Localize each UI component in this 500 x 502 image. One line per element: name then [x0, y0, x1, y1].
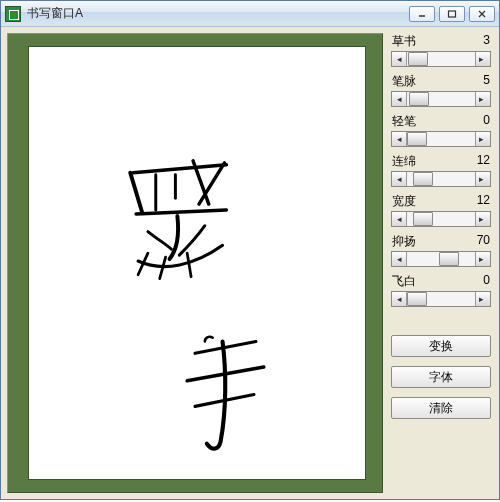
control-panel: 草书3◂▸笔脉5◂▸轻笔0◂▸连绵12◂▸宽度12◂▸抑扬70◂▸飞白0◂▸ 变… — [387, 27, 499, 499]
slider-thumb[interactable] — [409, 92, 429, 106]
slider-thumb[interactable] — [413, 212, 433, 226]
slider-track[interactable] — [407, 92, 475, 106]
slider-label: 抑扬 — [392, 233, 416, 250]
slider-group-6: 飞白0◂▸ — [391, 273, 491, 307]
window-controls — [409, 6, 495, 22]
slider-track[interactable] — [407, 52, 475, 66]
scroll-left-icon[interactable]: ◂ — [392, 132, 407, 146]
client-area: 草书3◂▸笔脉5◂▸轻笔0◂▸连绵12◂▸宽度12◂▸抑扬70◂▸飞白0◂▸ 变… — [1, 27, 499, 499]
canvas-frame — [7, 33, 383, 493]
drawing-canvas[interactable] — [29, 47, 365, 479]
slider-group-0: 草书3◂▸ — [391, 33, 491, 67]
scroll-right-icon[interactable]: ▸ — [475, 172, 490, 186]
slider-label: 草书 — [392, 33, 416, 50]
slider-label: 笔脉 — [392, 73, 416, 90]
scroll-left-icon[interactable]: ◂ — [392, 92, 407, 106]
maximize-button[interactable] — [439, 6, 465, 22]
slider-scrollbar[interactable]: ◂▸ — [391, 91, 491, 107]
slider-track[interactable] — [407, 252, 475, 266]
slider-track[interactable] — [407, 132, 475, 146]
maximize-icon — [447, 10, 457, 18]
slider-thumb[interactable] — [407, 132, 427, 146]
minimize-button[interactable] — [409, 6, 435, 22]
font-button[interactable]: 字体 — [391, 366, 491, 388]
handwriting-strokes — [29, 47, 365, 479]
slider-value: 12 — [477, 153, 490, 170]
scroll-left-icon[interactable]: ◂ — [392, 252, 407, 266]
scroll-left-icon[interactable]: ◂ — [392, 172, 407, 186]
slider-track[interactable] — [407, 172, 475, 186]
scroll-right-icon[interactable]: ▸ — [475, 212, 490, 226]
close-icon — [477, 10, 487, 18]
slider-value: 3 — [483, 33, 490, 50]
slider-label: 宽度 — [392, 193, 416, 210]
close-button[interactable] — [469, 6, 495, 22]
slider-thumb[interactable] — [439, 252, 459, 266]
slider-group-5: 抑扬70◂▸ — [391, 233, 491, 267]
slider-group-4: 宽度12◂▸ — [391, 193, 491, 227]
app-icon — [5, 6, 21, 22]
slider-value: 70 — [477, 233, 490, 250]
slider-group-3: 连绵12◂▸ — [391, 153, 491, 187]
scroll-right-icon[interactable]: ▸ — [475, 92, 490, 106]
slider-value: 0 — [483, 273, 490, 290]
minimize-icon — [417, 10, 427, 18]
slider-value: 5 — [483, 73, 490, 90]
slider-group-2: 轻笔0◂▸ — [391, 113, 491, 147]
scroll-left-icon[interactable]: ◂ — [392, 212, 407, 226]
slider-scrollbar[interactable]: ◂▸ — [391, 51, 491, 67]
scroll-right-icon[interactable]: ▸ — [475, 132, 490, 146]
slider-value: 12 — [477, 193, 490, 210]
canvas-panel — [1, 27, 387, 499]
slider-scrollbar[interactable]: ◂▸ — [391, 171, 491, 187]
scroll-left-icon[interactable]: ◂ — [392, 52, 407, 66]
slider-track[interactable] — [407, 212, 475, 226]
slider-scrollbar[interactable]: ◂▸ — [391, 251, 491, 267]
slider-label: 飞白 — [392, 273, 416, 290]
slider-thumb[interactable] — [407, 292, 427, 306]
slider-thumb[interactable] — [413, 172, 433, 186]
button-stack: 变换 字体 清除 — [391, 335, 491, 419]
slider-label: 轻笔 — [392, 113, 416, 130]
scroll-right-icon[interactable]: ▸ — [475, 292, 490, 306]
svg-rect-1 — [449, 11, 456, 17]
window-title: 书写窗口A — [27, 5, 409, 22]
slider-track[interactable] — [407, 292, 475, 306]
slider-group-1: 笔脉5◂▸ — [391, 73, 491, 107]
app-window: 书写窗口A — [0, 0, 500, 500]
slider-scrollbar[interactable]: ◂▸ — [391, 291, 491, 307]
scroll-right-icon[interactable]: ▸ — [475, 52, 490, 66]
titlebar[interactable]: 书写窗口A — [1, 1, 499, 27]
scroll-right-icon[interactable]: ▸ — [475, 252, 490, 266]
slider-scrollbar[interactable]: ◂▸ — [391, 131, 491, 147]
clear-button[interactable]: 清除 — [391, 397, 491, 419]
slider-label: 连绵 — [392, 153, 416, 170]
slider-value: 0 — [483, 113, 490, 130]
slider-thumb[interactable] — [408, 52, 428, 66]
slider-scrollbar[interactable]: ◂▸ — [391, 211, 491, 227]
scroll-left-icon[interactable]: ◂ — [392, 292, 407, 306]
convert-button[interactable]: 变换 — [391, 335, 491, 357]
